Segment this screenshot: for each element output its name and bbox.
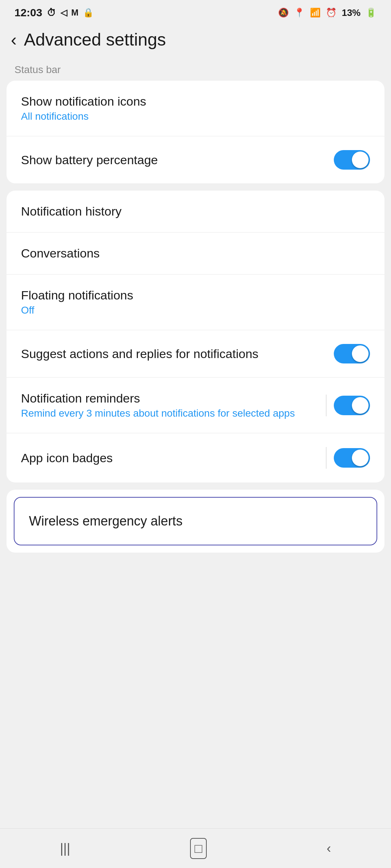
volume-off-icon: ◁	[60, 8, 67, 18]
status-bar-right: 🔕 📍 📶 ⏰ 13% 🔋	[278, 7, 377, 18]
notification-history-title: Notification history	[21, 204, 363, 218]
notification-history-item[interactable]: Notification history	[7, 191, 384, 233]
wireless-emergency-alerts-item[interactable]: Wireless emergency alerts	[14, 497, 377, 545]
app-icon-badges-title: App icon badges	[21, 451, 319, 465]
show-notification-icons-item[interactable]: Show notification icons All notification…	[7, 81, 384, 136]
conversations-text: Conversations	[21, 246, 370, 260]
suggest-actions-toggle[interactable]	[334, 344, 370, 363]
wireless-emergency-alerts-card[interactable]: Wireless emergency alerts	[7, 490, 384, 553]
app-icon-badges-item[interactable]: App icon badges	[7, 433, 384, 482]
header: ‹ Advanced settings	[0, 22, 391, 60]
nav-home-icon[interactable]: □	[190, 838, 207, 859]
show-battery-percentage-toggle[interactable]	[334, 150, 370, 170]
bottom-nav: ||| □ ‹	[0, 828, 391, 868]
wireless-emergency-alerts-title: Wireless emergency alerts	[29, 514, 182, 529]
app-icon-badges-text: App icon badges	[21, 451, 326, 465]
show-notification-icons-title: Show notification icons	[21, 94, 363, 109]
section-label-status-bar: Status bar	[0, 60, 391, 81]
mail-icon: M	[71, 8, 79, 18]
timer-icon: ⏱	[47, 7, 56, 18]
security-icon: 🔒	[83, 8, 94, 18]
suggest-actions-title: Suggest actions and replies for notifica…	[21, 347, 327, 361]
notification-reminders-toggle[interactable]	[334, 396, 370, 415]
conversations-item[interactable]: Conversations	[7, 233, 384, 275]
show-notification-icons-text: Show notification icons All notification…	[21, 94, 370, 122]
show-battery-percentage-item[interactable]: Show battery percentage	[7, 136, 384, 183]
notification-reminders-item[interactable]: Notification reminders Remind every 3 mi…	[7, 378, 384, 433]
notifications-card: Notification history Conversations Float…	[7, 191, 384, 482]
wifi-icon: 📶	[310, 8, 321, 18]
conversations-title: Conversations	[21, 246, 363, 260]
app-icon-badges-divider	[326, 447, 327, 469]
page-title: Advanced settings	[24, 30, 166, 50]
mute-icon: 🔕	[278, 8, 289, 18]
status-time: 12:03	[14, 7, 42, 19]
bottom-spacer	[0, 560, 391, 668]
location-icon: 📍	[294, 8, 305, 18]
floating-notifications-text: Floating notifications Off	[21, 288, 370, 316]
show-notification-icons-subtitle: All notifications	[21, 111, 363, 122]
alarm-icon: ⏰	[326, 8, 337, 18]
notification-history-text: Notification history	[21, 204, 370, 218]
status-bar: 12:03 ⏱ ◁ M 🔒 🔕 📍 📶 ⏰ 13% 🔋	[0, 0, 391, 22]
back-button[interactable]: ‹	[11, 30, 17, 50]
status-bar-left: 12:03 ⏱ ◁ M 🔒	[14, 7, 94, 19]
app-icon-badges-toggle[interactable]	[334, 448, 370, 468]
notification-reminders-title: Notification reminders	[21, 391, 319, 405]
notification-reminders-text: Notification reminders Remind every 3 mi…	[21, 391, 326, 419]
battery-icon: 🔋	[366, 8, 377, 18]
notification-reminders-subtitle: Remind every 3 minutes about notificatio…	[21, 408, 319, 419]
suggest-actions-text: Suggest actions and replies for notifica…	[21, 347, 334, 361]
notification-reminders-divider	[326, 395, 327, 416]
status-bar-card: Show notification icons All notification…	[7, 81, 384, 183]
floating-notifications-item[interactable]: Floating notifications Off	[7, 275, 384, 330]
battery-percentage: 13%	[342, 7, 361, 18]
show-battery-percentage-text: Show battery percentage	[21, 153, 334, 167]
nav-back-icon[interactable]: ‹	[327, 841, 331, 856]
floating-notifications-subtitle: Off	[21, 305, 363, 316]
suggest-actions-item[interactable]: Suggest actions and replies for notifica…	[7, 330, 384, 378]
floating-notifications-title: Floating notifications	[21, 288, 363, 302]
nav-menu-icon[interactable]: |||	[60, 841, 70, 856]
show-battery-percentage-title: Show battery percentage	[21, 153, 327, 167]
